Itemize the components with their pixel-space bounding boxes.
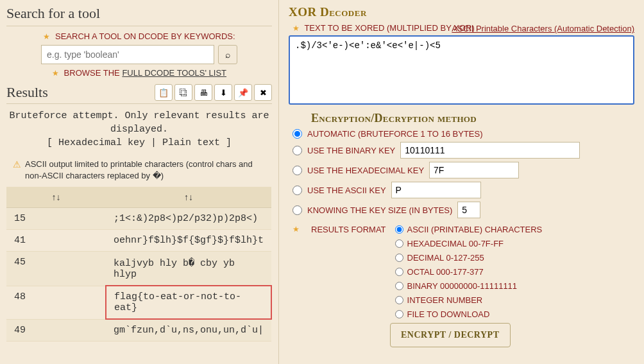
label-binary-key: USE THE BINARY KEY bbox=[307, 146, 395, 155]
sort-col-key[interactable]: ↑↓ bbox=[6, 187, 106, 208]
search-prompt: SEARCH A TOOL ON DCODE BY KEYWORDS: bbox=[55, 31, 235, 41]
format-option: OCTAL 000-177-377 bbox=[395, 267, 543, 277]
left-panel: Search for a tool ★ SEARCH A TOOL ON DCO… bbox=[0, 0, 279, 364]
result-key: 41 bbox=[6, 230, 106, 252]
radio-format-3[interactable] bbox=[395, 268, 403, 276]
label-hex-key: USE THE HEXADECIMAL KEY bbox=[307, 166, 424, 175]
input-key-size[interactable] bbox=[457, 202, 480, 218]
page-title: XOR Decoder bbox=[289, 5, 634, 19]
bruteforce-line2: [ Hexadecimal key | Plain text ] bbox=[9, 136, 269, 150]
results-table: ↑↓ ↑↓ 15;1<:&)2p8<)p2/p32)p)2p8<)41oehnr… bbox=[6, 187, 272, 342]
warning-icon: ⚠ bbox=[13, 159, 21, 182]
search-heading: Search for a tool bbox=[6, 5, 272, 26]
result-key: 45 bbox=[6, 252, 106, 286]
browse-prompt: BROWSE THE bbox=[64, 68, 123, 78]
warning-text: ASCII output limited to printable charac… bbox=[25, 159, 266, 182]
radio-format-1[interactable] bbox=[395, 239, 403, 248]
format-label: ASCII (PRINTABLE) CHARACTERS bbox=[407, 225, 543, 234]
xor-textarea[interactable] bbox=[289, 35, 634, 105]
results-heading: Results bbox=[6, 84, 48, 101]
format-option: DECIMAL 0-127-255 bbox=[395, 253, 543, 263]
star-icon: ★ bbox=[292, 225, 300, 234]
print-icon[interactable]: 🖶 bbox=[194, 84, 212, 101]
input-ascii-key[interactable] bbox=[391, 182, 481, 198]
radio-automatic[interactable] bbox=[292, 129, 302, 139]
radio-hex-key[interactable] bbox=[292, 166, 302, 175]
clipboard-icon[interactable]: 📋 bbox=[155, 84, 173, 101]
results-format-label: RESULTS FORMAT bbox=[311, 225, 386, 234]
star-icon: ★ bbox=[292, 24, 300, 33]
label-key-size: KNOWING THE KEY SIZE (IN BYTES) bbox=[307, 205, 452, 215]
sort-col-value[interactable]: ↑↓ bbox=[106, 187, 271, 208]
right-panel: XOR Decoder ★ TEXT TO BE XORED (MULTIPLI… bbox=[279, 0, 644, 364]
search-prompt-line: ★ SEARCH A TOOL ON DCODE BY KEYWORDS: bbox=[6, 31, 272, 41]
result-key: 48 bbox=[6, 286, 106, 319]
result-value: flag{to-eat-or-not-to-eat} bbox=[106, 286, 271, 319]
radio-format-5[interactable] bbox=[395, 296, 403, 304]
search-button[interactable]: ⌕ bbox=[218, 45, 237, 64]
format-label: FILE TO DOWNLOAD bbox=[407, 309, 490, 319]
copy-icon[interactable]: ⿻ bbox=[174, 84, 192, 101]
format-option: HEXADECIMAL 00-7F-FF bbox=[395, 239, 543, 248]
format-option: INTEGER NUMBER bbox=[395, 295, 543, 305]
table-row: 15;1<:&)2p8<)p2/p32)p)2p8<) bbox=[6, 208, 271, 230]
format-option: BINARY 00000000-11111111 bbox=[395, 281, 543, 291]
label-automatic: AUTOMATIC (BRUTEFORCE 1 TO 16 BYTES) bbox=[307, 129, 483, 139]
radio-binary-key[interactable] bbox=[292, 146, 302, 155]
close-icon[interactable]: ✖ bbox=[254, 84, 272, 101]
result-key: 49 bbox=[6, 319, 106, 342]
table-row: 48flag{to-eat-or-not-to-eat} bbox=[6, 286, 271, 319]
format-label: HEXADECIMAL 00-7F-FF bbox=[407, 239, 504, 248]
bruteforce-message: Bruteforce attempt. Only relevant result… bbox=[6, 104, 272, 155]
browse-link[interactable]: FULL DCODE TOOLS' LIST bbox=[122, 68, 226, 78]
star-icon: ★ bbox=[52, 69, 59, 78]
results-toolbar: 📋 ⿻ 🖶 ⬇ 📌 ✖ bbox=[155, 84, 272, 101]
radio-key-size[interactable] bbox=[292, 205, 302, 215]
input-label: TEXT TO BE XORED (MULTIPLIED BY XOR) bbox=[304, 23, 474, 33]
encrypt-decrypt-button[interactable]: ENCRYPT / DECRYPT bbox=[390, 323, 511, 347]
format-option: FILE TO DOWNLOAD bbox=[395, 309, 543, 319]
radio-format-2[interactable] bbox=[395, 254, 403, 262]
radio-format-0[interactable] bbox=[395, 225, 403, 234]
method-heading: Encryption/Decryption method bbox=[311, 112, 634, 125]
result-value: ;1<:&)2p8<)p2/p32)p)2p8<) bbox=[106, 208, 271, 230]
table-row: 49gm`fzun,d`u,ns,onu,un,d`u| bbox=[6, 319, 271, 342]
result-key: 15 bbox=[6, 208, 106, 230]
table-row: 45kaljvyb hly b� cby yb hlyp bbox=[6, 252, 271, 286]
radio-ascii-key[interactable] bbox=[292, 186, 302, 195]
input-binary-key[interactable] bbox=[400, 142, 580, 159]
star-icon: ★ bbox=[43, 32, 50, 41]
result-value: oehnr}f$lh}$f{$gf}$}f$lh}t bbox=[106, 230, 271, 252]
label-ascii-key: USE THE ASCII KEY bbox=[307, 186, 386, 195]
pin-icon[interactable]: 📌 bbox=[234, 84, 252, 101]
result-value: gm`fzun,d`u,ns,onu,un,d`u| bbox=[106, 319, 271, 342]
browse-line: ★ BROWSE THE FULL DCODE TOOLS' LIST bbox=[6, 68, 272, 78]
bruteforce-line1: Bruteforce attempt. Only relevant result… bbox=[9, 109, 269, 136]
table-row: 41oehnr}f$lh}$f{$gf}$}f$lh}t bbox=[6, 230, 271, 252]
format-option: ASCII (PRINTABLE) CHARACTERS bbox=[395, 225, 543, 234]
warning-block: ⚠ ASCII output limited to printable char… bbox=[6, 155, 272, 186]
result-value: kaljvyb hly b� cby yb hlyp bbox=[106, 252, 271, 286]
format-label: BINARY 00000000-11111111 bbox=[407, 281, 518, 291]
search-input[interactable] bbox=[41, 45, 214, 64]
detection-label[interactable]: ASCII Printable Characters (Automatic De… bbox=[452, 24, 634, 33]
radio-format-6[interactable] bbox=[395, 310, 403, 318]
radio-format-4[interactable] bbox=[395, 282, 403, 290]
format-label: OCTAL 000-177-377 bbox=[407, 267, 484, 277]
format-label: INTEGER NUMBER bbox=[407, 295, 483, 305]
input-hex-key[interactable] bbox=[429, 162, 519, 178]
download-icon[interactable]: ⬇ bbox=[214, 84, 232, 101]
format-label: DECIMAL 0-127-255 bbox=[407, 253, 484, 263]
format-options-group: ASCII (PRINTABLE) CHARACTERSHEXADECIMAL … bbox=[395, 225, 543, 319]
